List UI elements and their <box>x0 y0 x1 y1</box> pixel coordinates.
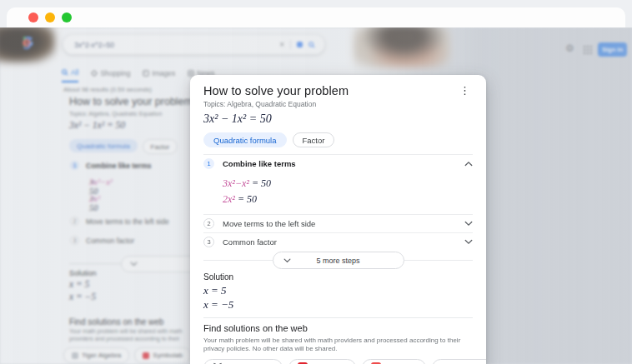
solver-modal: How to solve your problem ⋮ Topics: Alge… <box>190 75 486 364</box>
provider-symbolab-button[interactable]: Sy Symbolab <box>288 359 356 364</box>
more-options-icon[interactable]: ⋮ <box>457 84 473 97</box>
step-2-header[interactable]: 2 Move terms to the left side <box>203 215 473 232</box>
chevron-down-icon[interactable] <box>464 221 473 227</box>
more-steps-row: 5 more steps <box>203 251 473 271</box>
step-number-badge: 1 <box>203 158 214 169</box>
privacy-disclaimer: Your math problem will be shared with ma… <box>203 337 473 354</box>
step-common-factor: 3 Common factor <box>203 232 473 251</box>
step-combine-like-terms: 1 Combine like terms 3x²−x² = 50 2x² = 5… <box>203 154 473 214</box>
section-divider <box>203 317 473 318</box>
step-3-header[interactable]: 3 Common factor <box>203 233 473 251</box>
window-titlebar <box>7 7 625 27</box>
work-equation: 2x² = 50 <box>223 193 473 206</box>
step-move-terms: 2 Move terms to the left side <box>203 214 473 232</box>
close-window-button[interactable] <box>28 12 38 22</box>
chevron-down-icon <box>283 258 291 263</box>
solution-heading: Solution <box>203 272 473 282</box>
chip-factor[interactable]: Factor <box>293 132 335 147</box>
web-solutions-heading: Find solutions on the web <box>203 323 473 334</box>
chevron-down-icon[interactable] <box>464 239 473 245</box>
chevron-up-icon[interactable] <box>464 161 473 167</box>
browser-viewport: Google 3x^2-x^2=50 × ⚙ Sign in All Shopp… <box>0 27 632 364</box>
minimize-window-button[interactable] <box>45 12 55 22</box>
solution-line: x = −5 <box>203 299 473 311</box>
method-chips: Quadratic formula Factor <box>203 132 473 147</box>
more-steps-button[interactable]: 5 more steps <box>273 252 404 269</box>
solution-section: Solution x = 5 x = −5 <box>203 272 473 311</box>
web-solutions-section: Find solutions on the web Your math prob… <box>203 323 473 364</box>
modal-title: How to solve your problem <box>203 84 349 97</box>
steps-list: 1 Combine like terms 3x²−x² = 50 2x² = 5… <box>203 154 473 251</box>
provider-mathway-button[interactable]: Mathway <box>362 359 426 364</box>
step-1-work: 3x²−x² = 50 2x² = 50 <box>203 172 473 214</box>
work-equation: 3x²−x² = 50 <box>223 177 473 190</box>
step-number-badge: 3 <box>203 237 214 247</box>
provider-mathforyou-button[interactable]: Mathforyou <box>432 359 486 364</box>
provider-tiger-algebra-button[interactable]: Tiger Algebra <box>203 359 283 364</box>
step-1-header[interactable]: 1 Combine like terms <box>203 155 473 172</box>
zoom-window-button[interactable] <box>62 12 72 22</box>
step-number-badge: 2 <box>203 218 214 229</box>
provider-buttons: Tiger Algebra Sy Symbolab Mathway Mathfo… <box>203 359 473 364</box>
problem-equation: 3x² − 1x² = 50 <box>203 112 473 126</box>
chip-quadratic-formula[interactable]: Quadratic formula <box>203 132 287 147</box>
screenshot: Google 3x^2-x^2=50 × ⚙ Sign in All Shopp… <box>0 0 632 364</box>
solution-line: x = 5 <box>203 285 473 297</box>
modal-topics: Topics: Algebra, Quadratic Equation <box>203 100 473 108</box>
